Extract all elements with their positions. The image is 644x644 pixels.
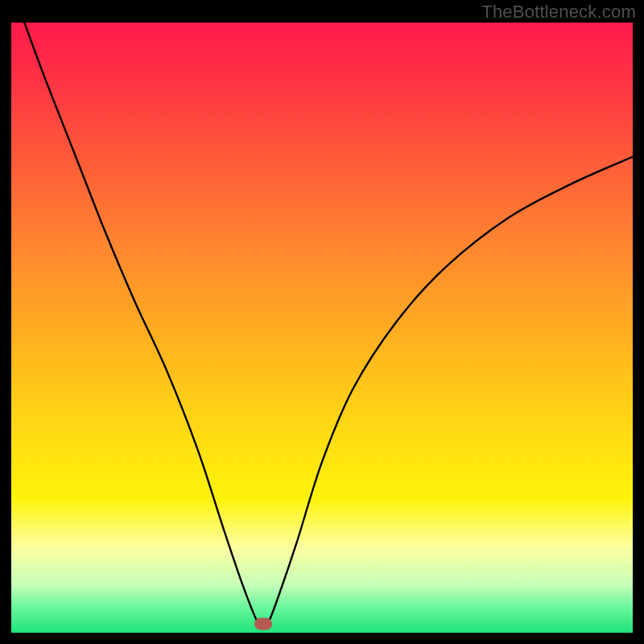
plot-area <box>11 23 633 633</box>
optimal-point-marker <box>254 618 272 630</box>
watermark-text: TheBottleneck.com <box>481 2 636 23</box>
curve-path <box>11 23 633 627</box>
bottleneck-curve <box>11 23 633 633</box>
chart-frame: TheBottleneck.com <box>0 0 644 644</box>
